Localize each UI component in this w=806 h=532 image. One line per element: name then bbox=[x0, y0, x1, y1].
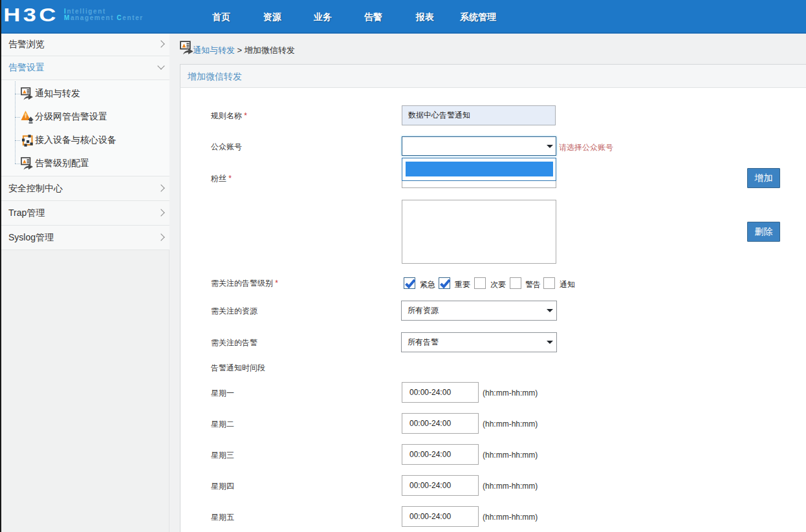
svg-text:H3C: H3C bbox=[3, 5, 59, 25]
